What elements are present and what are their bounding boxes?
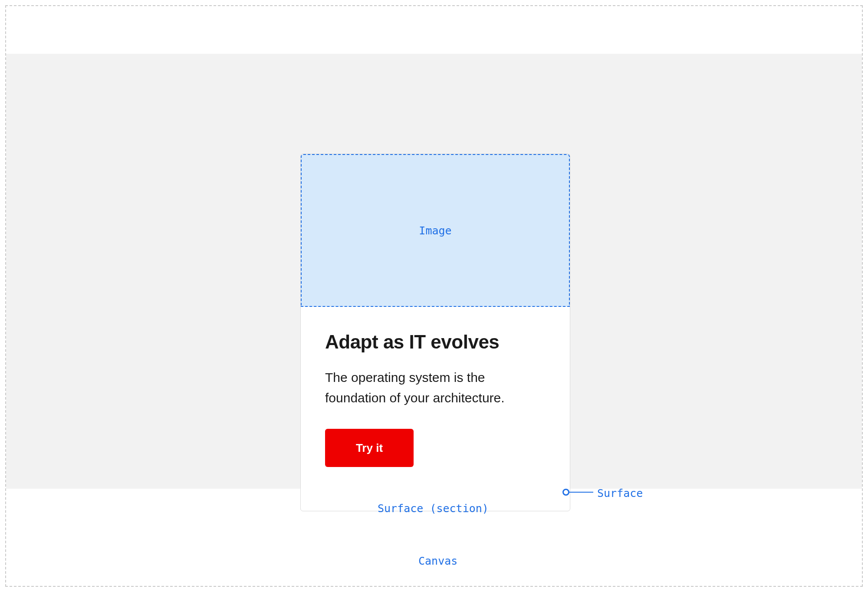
annotation-section-label: Surface (section) [378,502,489,515]
annotation-leader-line [569,492,593,493]
card-title: Adapt as IT evolves [325,331,546,353]
image-placeholder-label: Image [419,224,451,237]
surface-section: Image Adapt as IT evolves The operating … [6,54,862,489]
card-body: Adapt as IT evolves The operating system… [301,307,570,491]
card-image-placeholder: Image [301,154,570,307]
try-it-button[interactable]: Try it [325,429,414,467]
card-surface: Image Adapt as IT evolves The operating … [300,154,570,511]
annotation-dot-icon [562,489,569,496]
annotation-surface-label: Surface [597,487,643,500]
annotation-canvas-label: Canvas [418,555,457,567]
canvas-frame: Image Adapt as IT evolves The operating … [5,5,863,587]
card-description: The operating system is the foundation o… [325,368,546,408]
